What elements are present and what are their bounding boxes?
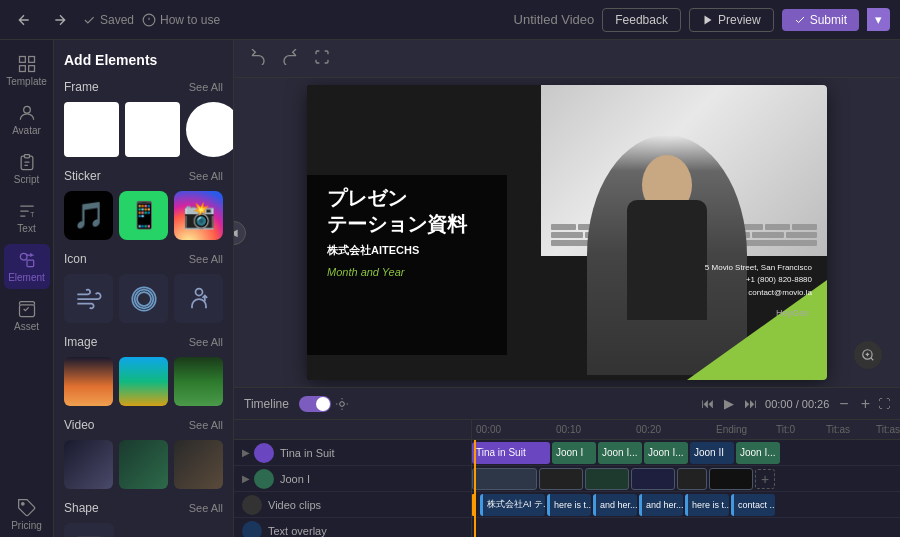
icon-person-up[interactable] [174, 274, 223, 323]
icon-grid [64, 274, 223, 323]
image-forest[interactable] [174, 357, 223, 406]
table-row: ▶ Joon I [234, 466, 471, 492]
list-item[interactable]: Tina in Suit [472, 442, 550, 464]
feedback-button[interactable]: Feedback [602, 8, 681, 32]
shape-see-all[interactable]: See All [189, 502, 223, 514]
image-beach[interactable] [119, 357, 168, 406]
ruler-mark: Tit:as [826, 424, 876, 435]
sidebar-item-template[interactable]: Template [4, 48, 50, 93]
video-city[interactable] [64, 440, 113, 489]
sticker-see-all[interactable]: See All [189, 170, 223, 182]
video-nature[interactable] [119, 440, 168, 489]
table-row: 株式会社AI テ... here is t... and her... and … [472, 492, 900, 518]
zoom-in-button[interactable]: + [857, 393, 874, 415]
table-row: Video clips [234, 492, 471, 518]
sidebar-item-element[interactable]: Element [4, 244, 50, 289]
list-item[interactable]: here is t... [547, 494, 591, 516]
list-item[interactable] [539, 468, 583, 490]
video-see-all[interactable]: See All [189, 419, 223, 431]
collapse-panel-button[interactable]: ◀ [234, 221, 246, 245]
canvas-toolbar [234, 40, 900, 78]
list-item[interactable]: contact ... [731, 494, 775, 516]
frame-item-rounded[interactable] [186, 102, 234, 157]
list-item[interactable]: Joon II [690, 442, 734, 464]
track-name: Text overlay [268, 525, 327, 537]
track-name: Video clips [268, 499, 321, 511]
list-item[interactable] [709, 468, 753, 490]
list-item[interactable]: Joon I [552, 442, 596, 464]
list-item[interactable] [631, 468, 675, 490]
timeline-zoom: − + ⛶ [835, 393, 890, 415]
svg-rect-11 [19, 305, 34, 317]
sticker-instagram[interactable]: 📸 [174, 191, 223, 240]
forward-button[interactable] [46, 8, 74, 32]
list-item[interactable]: 株式会社AI テ... [480, 494, 545, 516]
image-see-all[interactable]: See All [189, 336, 223, 348]
canvas-contact: 5 Movio Street, San Francisco +1 (800) 8… [705, 262, 812, 300]
table-row: Tina in Suit Joon I Joon I... Joon I... … [472, 440, 900, 466]
list-item[interactable]: here is t... [685, 494, 729, 516]
sidebar-item-avatar[interactable]: Avatar [4, 97, 50, 142]
list-item[interactable]: Joon I... [644, 442, 688, 464]
canvas-title-jp: プレゼンテーション資料 [327, 185, 467, 237]
frame-see-all[interactable]: See All [189, 81, 223, 93]
frame-item-portrait[interactable] [64, 102, 119, 157]
topbar-right: Untitled Video Feedback Preview Submit ▾ [514, 8, 890, 32]
toggle-thumb [316, 397, 330, 411]
sticker-whatsapp[interactable]: 📱 [119, 191, 168, 240]
timeline-skip-start[interactable]: ⏮ [699, 394, 716, 413]
list-item[interactable]: Joon I... [736, 442, 780, 464]
icon-see-all[interactable]: See All [189, 253, 223, 265]
list-item[interactable] [585, 468, 629, 490]
ruler-mark: Ending [716, 424, 776, 435]
svg-rect-3 [28, 57, 34, 63]
topbar: Saved How to use Untitled Video Feedback… [0, 0, 900, 40]
how-to-use-link[interactable]: How to use [142, 13, 220, 27]
zoom-button[interactable] [854, 341, 882, 369]
sidebar-item-pricing[interactable]: Pricing [4, 492, 50, 537]
sidebar-item-script[interactable]: Script [4, 146, 50, 191]
icon-wind[interactable] [64, 274, 113, 323]
zoom-out-button[interactable]: − [835, 393, 852, 415]
list-item[interactable] [472, 468, 537, 490]
ruler-mark: Tit:as [876, 424, 900, 435]
image-sunset[interactable] [64, 357, 113, 406]
main-content: Template Avatar Script T Text Element As… [0, 40, 900, 537]
sidebar-item-asset[interactable]: Asset [4, 293, 50, 338]
fullscreen-button[interactable]: ⛶ [878, 397, 890, 411]
timeline-play[interactable]: ▶ [722, 394, 736, 413]
frame-grid [64, 102, 223, 157]
list-item[interactable] [677, 468, 707, 490]
toggle-switch[interactable] [299, 396, 331, 412]
list-item[interactable]: Joon I... [598, 442, 642, 464]
canvas-email: contact@movio.la [705, 287, 812, 300]
undo-button[interactable] [246, 45, 270, 72]
list-item[interactable]: and her... [593, 494, 637, 516]
icon-section-header: Icon See All [64, 252, 223, 266]
shape-item-1[interactable] [64, 523, 114, 537]
redo-button[interactable] [278, 45, 302, 72]
time-display: 00:00 / 00:26 [765, 398, 829, 410]
list-item[interactable]: and her... [639, 494, 683, 516]
timeline-toggle[interactable] [299, 396, 349, 412]
svg-point-13 [195, 288, 202, 295]
canvas-phone: +1 (800) 820-8880 [705, 274, 812, 287]
timeline-controls: ⏮ ▶ ⏭ 00:00 / 00:26 − + ⛶ [699, 393, 890, 415]
icon-spiral[interactable] [119, 274, 168, 323]
shape-label: Shape [64, 501, 99, 515]
fit-screen-button[interactable] [310, 45, 334, 72]
submit-dropdown-button[interactable]: ▾ [867, 8, 890, 31]
sidebar-item-text[interactable]: T Text [4, 195, 50, 240]
haygen-badge: HeyGen [776, 308, 809, 318]
preview-button[interactable]: Preview [689, 8, 774, 32]
video-people[interactable] [174, 440, 223, 489]
add-clip-button[interactable]: + [755, 469, 775, 489]
timeline-skip-end[interactable]: ⏭ [742, 394, 759, 413]
submit-button[interactable]: Submit [782, 9, 859, 31]
back-button[interactable] [10, 8, 38, 32]
frame-section-header: Frame See All [64, 80, 223, 94]
canvas-frame: プレゼンテーション資料 株式会社AITECHS Month and Year 5… [307, 85, 827, 380]
sticker-tiktok[interactable]: 🎵 [64, 191, 113, 240]
frame-item-landscape[interactable] [125, 102, 180, 157]
image-grid [64, 357, 223, 406]
